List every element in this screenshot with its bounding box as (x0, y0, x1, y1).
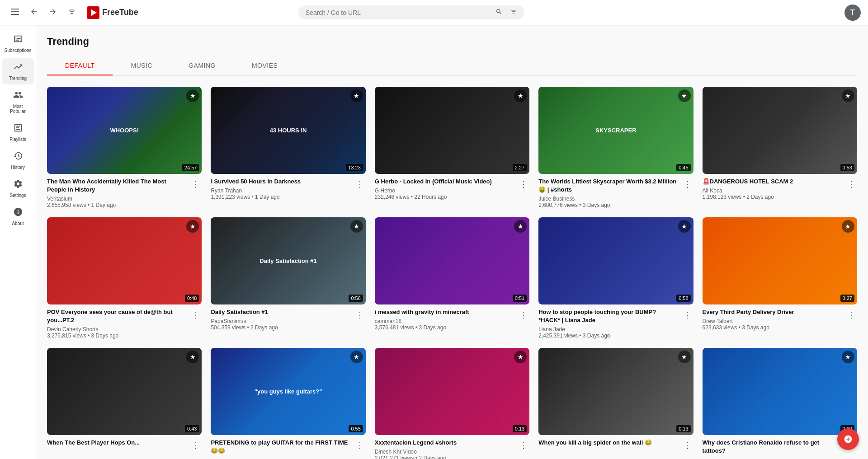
video-star-15[interactable]: ★ (842, 351, 854, 363)
video-star-9[interactable]: ★ (678, 220, 691, 233)
sidebar-item-most-popular[interactable]: Most Popular (2, 86, 34, 117)
video-title-9: How to stop people touching your BUMP? *… (538, 308, 678, 324)
video-meta-14: When you kill a big spider on the wall 😂 (538, 439, 678, 449)
search-button[interactable] (495, 8, 503, 17)
video-more-6[interactable]: ⋮ (190, 309, 202, 321)
video-star-7[interactable]: ★ (350, 220, 363, 233)
video-more-12[interactable]: ⋮ (354, 440, 366, 451)
video-channel-2[interactable]: Ryan Trahan (211, 187, 350, 194)
video-card-9[interactable]: ★ 0:58 How to stop people touching your … (538, 217, 693, 339)
video-channel-1[interactable]: Veritasium (47, 196, 186, 202)
video-info-3: G Herbo - Locked In (Official Music Vide… (375, 178, 529, 200)
video-channel-3[interactable]: G Herbo (375, 187, 514, 194)
sidebar-item-subscriptions[interactable]: Subscriptions (2, 30, 34, 56)
video-star-13[interactable]: ★ (514, 351, 527, 363)
video-meta-15: Why does Cristiano Ronaldo refuse to get… (703, 439, 842, 457)
video-more-9[interactable]: ⋮ (682, 309, 693, 321)
video-channel-4[interactable]: Juice Business (538, 196, 678, 202)
video-more-10[interactable]: ⋮ (845, 309, 857, 321)
video-star-8[interactable]: ★ (514, 220, 527, 233)
video-star-11[interactable]: ★ (186, 351, 199, 363)
video-channel-5[interactable]: Ali Koca (703, 187, 842, 194)
video-thumbnail-4: SKYSCRAPER ★ 0:45 (538, 87, 693, 174)
video-card-12[interactable]: "you guys like guitars?" ★ 0:55 PRETENDI… (211, 348, 365, 459)
tab-movies[interactable]: MOVIES (234, 56, 296, 75)
sidebar-item-settings[interactable]: Settings (2, 175, 34, 201)
video-stats-4: 2,680,776 views • 3 Days ago (538, 202, 678, 208)
video-card-8[interactable]: ★ 0:51 i messed with gravity in minecraf… (375, 217, 529, 339)
video-thumbnail-3: ★ 2:27 (375, 87, 529, 174)
user-avatar[interactable]: T (844, 5, 861, 21)
video-more-8[interactable]: ⋮ (518, 309, 529, 321)
video-info-15: Why does Cristiano Ronaldo refuse to get… (703, 439, 857, 457)
video-card-2[interactable]: 43 HOURS IN ★ 13:23 I Survived 50 Hours … (211, 87, 365, 208)
tab-gaming[interactable]: GAMING (170, 56, 234, 75)
video-info-10: Every Third Party Delivery Driver Drew T… (703, 308, 857, 331)
video-thumbnail-8: ★ 0:51 (375, 217, 529, 304)
video-more-13[interactable]: ⋮ (518, 440, 529, 451)
video-meta-11: When The Best Player Hops On... (47, 439, 186, 449)
video-card-1[interactable]: WHOOPS! ★ 24:57 The Man Who Accidentally… (47, 87, 202, 208)
video-star-3[interactable]: ★ (514, 89, 527, 102)
sidebar-label-subscriptions: Subscriptions (4, 48, 31, 53)
video-more-4[interactable]: ⋮ (682, 178, 693, 190)
subscriptions-icon (13, 34, 23, 46)
video-more-14[interactable]: ⋮ (682, 440, 693, 451)
video-more-1[interactable]: ⋮ (190, 178, 202, 190)
logo-text: FreeTube (102, 8, 138, 17)
video-meta-5: 🚨DANGEROUS HOTEL SCAM 2 Ali Koca 1,198,1… (703, 178, 842, 200)
video-more-7[interactable]: ⋮ (354, 309, 366, 321)
sidebar-item-playlists[interactable]: Playlists (2, 119, 34, 145)
menu-button[interactable] (7, 5, 23, 20)
video-duration-2: 13:23 (346, 164, 363, 171)
video-card-11[interactable]: ★ 0:43 When The Best Player Hops On... ⋮ (47, 348, 202, 459)
video-card-10[interactable]: ★ 0:27 Every Third Party Delivery Driver… (703, 217, 857, 339)
video-star-5[interactable]: ★ (842, 89, 854, 102)
video-star-6[interactable]: ★ (186, 220, 199, 233)
video-star-2[interactable]: ★ (350, 89, 363, 102)
video-info-1: The Man Who Accidentally Killed The Most… (47, 178, 202, 208)
video-more-5[interactable]: ⋮ (845, 178, 857, 190)
video-duration-13: 0:13 (513, 425, 527, 432)
video-more-3[interactable]: ⋮ (518, 178, 529, 190)
action-button[interactable] (837, 428, 859, 450)
search-input[interactable] (306, 9, 492, 16)
video-star-12[interactable]: ★ (350, 351, 363, 363)
video-channel-13[interactable]: Dinesh Khr Video (375, 449, 514, 455)
sidebar-item-trending[interactable]: Trending (2, 58, 34, 84)
tab-default[interactable]: DEFAULT (47, 56, 113, 75)
video-channel-8[interactable]: camman18 (375, 318, 514, 324)
video-channel-6[interactable]: Devin Caherly Shorts (47, 326, 186, 333)
video-thumbnail-10: ★ 0:27 (703, 217, 857, 304)
video-card-4[interactable]: SKYSCRAPER ★ 0:45 The Worlds Littlest Sk… (538, 87, 693, 208)
video-more-11[interactable]: ⋮ (190, 440, 202, 451)
video-star-4[interactable]: ★ (678, 89, 691, 102)
video-card-13[interactable]: ★ 0:13 Xxxtentacion Legend #shorts Dines… (375, 348, 529, 459)
video-more-2[interactable]: ⋮ (354, 178, 366, 190)
filter-button[interactable] (510, 8, 517, 17)
svg-rect-1 (11, 11, 19, 12)
video-card-14[interactable]: ★ 0:13 When you kill a big spider on the… (538, 348, 693, 459)
video-channel-10[interactable]: Drew Talbert (703, 318, 842, 324)
sidebar-item-history[interactable]: History (2, 147, 34, 173)
video-card-3[interactable]: ★ 2:27 G Herbo - Locked In (Official Mus… (375, 87, 529, 208)
history-icon (13, 151, 23, 163)
video-meta-10: Every Third Party Delivery Driver Drew T… (703, 308, 842, 331)
video-thumbnail-1: WHOOPS! ★ 24:57 (47, 87, 202, 174)
video-card-5[interactable]: ★ 0:53 🚨DANGEROUS HOTEL SCAM 2 Ali Koca … (703, 87, 857, 208)
sidebar-item-about[interactable]: About (2, 203, 34, 230)
video-star-14[interactable]: ★ (678, 351, 691, 363)
tab-music[interactable]: MUSIC (113, 56, 170, 75)
history-stack-button[interactable] (64, 4, 80, 21)
video-channel-7[interactable]: PapaStanimus (211, 318, 350, 324)
playlists-icon (13, 123, 23, 135)
forward-button[interactable] (45, 4, 61, 21)
back-button[interactable] (26, 4, 42, 21)
video-card-15[interactable]: ★ 0:20 Why does Cristiano Ronaldo refuse… (703, 348, 857, 459)
video-card-7[interactable]: Daily Satisfaction #1 ★ 0:56 Daily Satis… (211, 217, 365, 339)
svg-rect-0 (11, 9, 19, 9)
video-star-10[interactable]: ★ (842, 220, 854, 233)
video-channel-9[interactable]: Liana Jade (538, 326, 678, 333)
sidebar-label-about: About (12, 221, 24, 226)
video-card-6[interactable]: ★ 0:48 POV Everyone sees your cause of d… (47, 217, 202, 339)
